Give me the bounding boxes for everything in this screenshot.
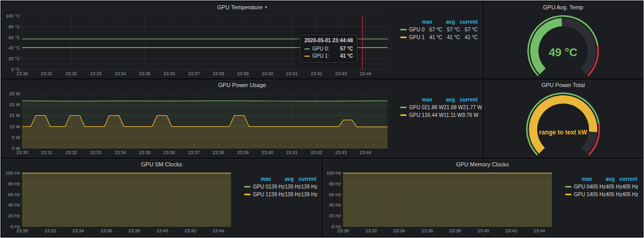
svg-text:0 Hz: 0 Hz bbox=[10, 224, 20, 229]
panel-header-gpu-sm-clocks[interactable]: GPU SM Clocks bbox=[3, 160, 320, 169]
chart-area: 23:3023:3223:3423:3623:3823:4023:4223:44… bbox=[325, 169, 559, 235]
svg-text:60 °C: 60 °C bbox=[8, 35, 20, 40]
legend-value: 139 Hz bbox=[285, 191, 301, 198]
chart-area: 23:3023:3123:3223:3323:3423:3523:3623:37… bbox=[4, 90, 394, 156]
gpu-power-chart[interactable]: 23:3023:3123:3223:3323:3423:3523:3623:37… bbox=[4, 90, 394, 156]
svg-text:0 W: 0 W bbox=[12, 146, 21, 151]
svg-text:23:42: 23:42 bbox=[311, 71, 323, 76]
dashboard-row-1: GPU Temperature ▾ 23:3023:3123:3223:3323… bbox=[2, 2, 642, 78]
panel-header-gpu-power-usage[interactable]: GPU Power Usage bbox=[3, 80, 482, 90]
panel-header-gpu-temperature[interactable]: GPU Temperature ▾ bbox=[3, 3, 482, 12]
panel-title: GPU Power Usage bbox=[218, 82, 266, 88]
legend-series-name[interactable]: GPU 1 bbox=[238, 191, 268, 198]
gpu-sm-clocks-chart[interactable]: 23:3023:3223:3423:3623:3823:4023:4223:44… bbox=[4, 169, 236, 234]
series-color-icon bbox=[304, 48, 310, 49]
svg-text:23:38: 23:38 bbox=[213, 71, 225, 76]
svg-text:23:39: 23:39 bbox=[237, 150, 249, 155]
panel-body: 49 °C bbox=[485, 12, 641, 77]
legend-column-header[interactable]: avg bbox=[271, 175, 294, 183]
panel-header-gpu-power-total[interactable]: GPU Power Total bbox=[485, 80, 641, 90]
chart-tooltip: 2020-05-01 23:44:48 GPU 0:57 °CGPU 1:41 … bbox=[300, 35, 358, 63]
panel-header-gpu-memory-clocks[interactable]: GPU Memory Clocks bbox=[324, 160, 641, 169]
legend-column-header[interactable]: avg bbox=[432, 96, 455, 104]
legend-value: 405 Hz bbox=[606, 183, 622, 191]
legend-value: 405 Hz bbox=[622, 191, 638, 198]
chevron-down-icon: ▾ bbox=[265, 5, 267, 10]
legend-column-header[interactable]: max bbox=[248, 175, 271, 183]
svg-text:23:32: 23:32 bbox=[65, 71, 77, 76]
svg-text:23:37: 23:37 bbox=[188, 150, 200, 155]
legend-column-header[interactable]: avg bbox=[592, 175, 615, 183]
legend-column-header[interactable]: current bbox=[455, 18, 478, 26]
tooltip-series-row: GPU 1:41 °C bbox=[304, 53, 353, 60]
legend-gpu-power: maxavgcurrentGPU 021.86 W21.68 W21.77 WG… bbox=[394, 90, 481, 156]
gpu-memory-clocks-chart[interactable]: 23:3023:3223:3423:3623:3823:4023:4223:44… bbox=[325, 169, 557, 234]
series-color-icon bbox=[565, 186, 571, 188]
svg-text:23:41: 23:41 bbox=[286, 150, 298, 155]
svg-text:0 °C: 0 °C bbox=[11, 67, 20, 72]
chart-area: 23:3023:3223:3423:3623:3823:4023:4223:44… bbox=[4, 169, 238, 235]
legend-value: 405 Hz bbox=[606, 191, 622, 198]
legend-value: 139 Hz bbox=[268, 183, 285, 191]
legend-value: 405 Hz bbox=[622, 183, 638, 191]
legend-series-name[interactable]: GPU 1 bbox=[394, 33, 425, 41]
panel-gpu-memory-clocks: GPU Memory Clocks 23:3023:3223:3423:3623… bbox=[323, 159, 642, 236]
svg-text:23:43: 23:43 bbox=[335, 150, 347, 155]
svg-text:100 °C: 100 °C bbox=[6, 13, 20, 19]
legend-value: 41 °C bbox=[460, 33, 478, 41]
svg-text:100 Hz: 100 Hz bbox=[5, 171, 20, 176]
legend-column-header[interactable]: max bbox=[410, 96, 432, 104]
svg-text:10 W: 10 W bbox=[9, 124, 21, 129]
panel-gpu-temperature: GPU Temperature ▾ 23:3023:3123:3223:3323… bbox=[2, 2, 482, 78]
legend-column-header[interactable]: avg bbox=[432, 18, 455, 26]
panel-gpu-power-total: GPU Power Total range to text kW bbox=[484, 80, 642, 157]
legend-header-row: maxavgcurrent bbox=[559, 175, 637, 183]
svg-text:23:36: 23:36 bbox=[421, 228, 433, 233]
svg-text:23:44: 23:44 bbox=[213, 228, 225, 233]
svg-text:23:34: 23:34 bbox=[73, 228, 84, 233]
svg-text:23:34: 23:34 bbox=[394, 228, 405, 233]
legend-gpu-memory-clocks: maxavgcurrentGPU 0405 Hz405 Hz405 HzGPU … bbox=[559, 169, 640, 235]
svg-text:80 Hz: 80 Hz bbox=[329, 181, 341, 186]
svg-text:60 Hz: 60 Hz bbox=[329, 192, 341, 197]
svg-text:23:42: 23:42 bbox=[311, 150, 323, 155]
panel-body: 23:3023:3123:3223:3323:3423:3523:3623:37… bbox=[3, 90, 482, 156]
svg-text:25 W: 25 W bbox=[9, 91, 21, 96]
legend-series-name[interactable]: GPU 0 bbox=[394, 104, 425, 111]
legend-column-header[interactable]: max bbox=[569, 175, 592, 183]
legend-series-name[interactable]: GPU 0 bbox=[238, 183, 268, 191]
panel-gpu-sm-clocks: GPU SM Clocks 23:3023:3223:3423:3623:382… bbox=[2, 159, 321, 236]
legend-value: 41 °C bbox=[442, 33, 460, 41]
legend-value: 21.68 W bbox=[444, 104, 463, 111]
legend-value: 9.76 W bbox=[462, 111, 479, 119]
svg-text:23:32: 23:32 bbox=[365, 228, 377, 233]
gpu-avg-temp-gauge: 49 °C bbox=[487, 13, 639, 77]
svg-text:20 °C: 20 °C bbox=[8, 56, 20, 61]
panel-header-gpu-avg-temp[interactable]: GPU Avg. Temp bbox=[485, 3, 641, 12]
legend-column-header[interactable]: current bbox=[615, 175, 637, 183]
legend-series-row: GPU 0405 Hz405 Hz405 Hz bbox=[559, 183, 637, 191]
grafana-dashboard: GPU Temperature ▾ 23:3023:3123:3223:3323… bbox=[0, 0, 644, 238]
legend-value: 21.86 W bbox=[425, 104, 444, 111]
legend-column-header[interactable]: current bbox=[455, 96, 478, 104]
panel-body: range to text kW bbox=[485, 90, 641, 156]
gpu-power-total-gauge: range to text kW bbox=[487, 90, 639, 156]
svg-text:23:40: 23:40 bbox=[157, 228, 168, 233]
svg-text:23:36: 23:36 bbox=[163, 150, 175, 155]
svg-text:23:44: 23:44 bbox=[360, 150, 371, 155]
legend-series-name[interactable]: GPU 0 bbox=[559, 183, 589, 191]
legend-series-name[interactable]: GPU 0 bbox=[394, 26, 425, 33]
svg-text:23:32: 23:32 bbox=[44, 228, 56, 233]
legend-series-name[interactable]: GPU 1 bbox=[394, 111, 425, 119]
legend-column-header[interactable]: current bbox=[294, 175, 316, 183]
svg-text:0 Hz: 0 Hz bbox=[331, 224, 341, 229]
legend-series-name[interactable]: GPU 1 bbox=[559, 191, 589, 198]
series-color-icon bbox=[400, 107, 406, 108]
legend-value: 57 °C bbox=[425, 26, 442, 33]
svg-text:range to text kW: range to text kW bbox=[539, 129, 587, 136]
legend-column-header[interactable]: max bbox=[410, 18, 432, 26]
panel-body: 23:3023:3123:3223:3323:3423:3523:3623:37… bbox=[3, 12, 482, 77]
panel-title: GPU Memory Clocks bbox=[456, 161, 509, 167]
svg-text:15 W: 15 W bbox=[9, 113, 21, 118]
svg-text:23:32: 23:32 bbox=[65, 150, 77, 155]
